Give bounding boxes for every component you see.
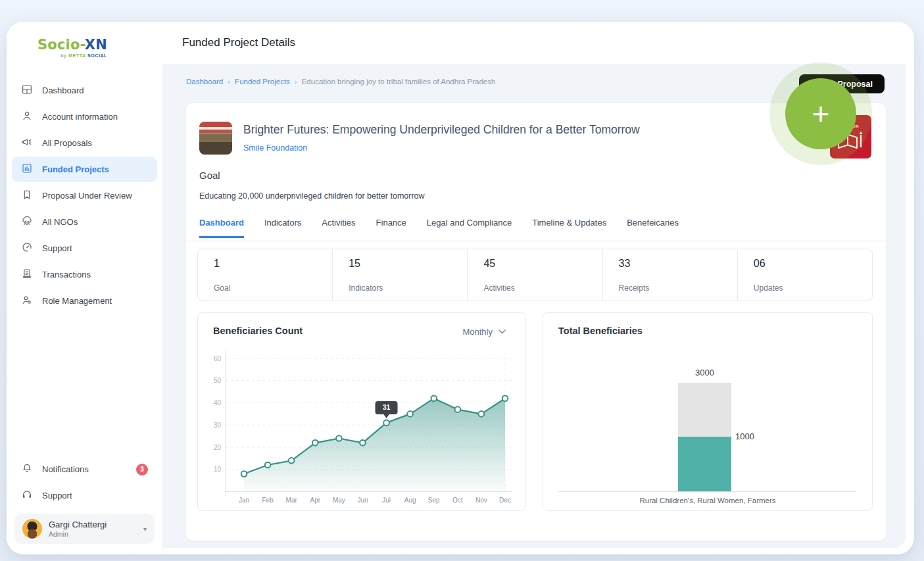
sidebar-item-all-proposals[interactable]: All Proposals	[12, 130, 157, 156]
svg-text:Apr: Apr	[310, 497, 320, 504]
sidebar-item-label: Account information	[42, 112, 118, 122]
avatar	[22, 519, 42, 539]
page-header: Funded Project Details	[162, 22, 914, 64]
bar-value-label: 1000	[735, 431, 754, 441]
ngos-icon	[21, 215, 33, 229]
breadcrumb-dashboard[interactable]: Dashboard	[186, 78, 223, 85]
stat-updates: 06 Updates	[737, 249, 872, 301]
sidebar-item-dashboard[interactable]: Dashboard	[12, 78, 157, 103]
tab-indicators[interactable]: Indicators	[264, 218, 301, 238]
notifications-label: Notifications	[42, 464, 89, 474]
svg-text:Oct: Oct	[452, 497, 463, 504]
beneficiaries-count-card: 102030405060JanFebMarAprMayJunJulAugSepO…	[197, 312, 526, 511]
sidebar-item-account-information[interactable]: Account information	[12, 104, 157, 130]
user-menu[interactable]: Gargi Chattergi Admin ▾	[14, 514, 155, 544]
svg-text:May: May	[333, 497, 345, 504]
account-icon	[21, 110, 33, 124]
sidebar-item-label: All Proposals	[42, 138, 92, 148]
breadcrumb-separator: ›	[295, 78, 297, 85]
sidebar-item-funded-projects[interactable]: Funded Projects	[12, 157, 157, 182]
sidebar-item-support[interactable]: Support	[12, 235, 157, 261]
sidebar-item-label: Support	[42, 243, 72, 253]
chevron-down-icon	[498, 329, 506, 334]
user-name: Gargi Chattergi	[49, 520, 107, 530]
period-selector[interactable]: Monthly	[462, 327, 506, 337]
svg-text:20: 20	[214, 444, 222, 451]
svg-text:31: 31	[383, 403, 391, 411]
sidebar: Socio-XN by METTA SOCIAL Dashboard Accou…	[7, 22, 163, 554]
breadcrumb-funded-projects[interactable]: Funded Projects	[235, 78, 290, 85]
support-item[interactable]: Support	[12, 483, 157, 508]
transactions-icon	[21, 268, 33, 281]
tab-finance[interactable]: Finance	[376, 218, 406, 238]
tab-timeline-updates[interactable]: Timeline & Updates	[532, 218, 606, 238]
screen: Socio-XN by METTA SOCIAL Dashboard Accou…	[0, 0, 924, 561]
svg-text:10: 10	[214, 466, 222, 473]
logo-part-left: Socio-	[37, 37, 85, 53]
logo-wordmark: Socio-XN	[37, 38, 162, 52]
svg-text:Mar: Mar	[286, 497, 298, 504]
support-label: Support	[42, 491, 72, 500]
sidebar-item-label: Proposal Under Review	[42, 191, 132, 201]
svg-text:60: 60	[214, 355, 222, 362]
bar-chart-title: Total Beneficiaries	[558, 326, 643, 336]
tab-dashboard[interactable]: Dashboard	[199, 218, 244, 238]
tab-bar: Dashboard Indicators Activities Finance …	[199, 218, 679, 238]
bar-segment-target	[678, 383, 731, 437]
breadcrumb-separator: ›	[228, 78, 230, 85]
user-role: Admin	[49, 530, 107, 539]
stat-indicators: 15 Indicators	[332, 249, 467, 301]
headphones-icon	[21, 489, 33, 502]
app-logo: Socio-XN by METTA SOCIAL	[37, 38, 162, 58]
sidebar-item-role-management[interactable]: Role Management	[12, 288, 157, 314]
beneficiaries-line-chart: 102030405060JanFebMarAprMayJunJulAugSepO…	[198, 313, 527, 512]
sidebar-item-proposal-under-review[interactable]: Proposal Under Review	[12, 183, 157, 208]
sidebar-bottom: Notifications 3 Support Gargi Chattergi …	[7, 456, 162, 554]
dashboard-icon	[21, 84, 33, 97]
sidebar-item-transactions[interactable]: Transactions	[12, 262, 157, 287]
notifications-item[interactable]: Notifications 3	[12, 456, 157, 482]
support-dial-icon	[21, 241, 33, 255]
megaphone-icon	[21, 136, 33, 150]
sidebar-item-label: All NGOs	[42, 217, 78, 227]
bar-caption: Rural Children's, Rural Women, Farmers	[543, 497, 872, 504]
breadcrumb-current: Education bringing joy to tribal familie…	[302, 78, 496, 85]
sidebar-item-label: Dashboard	[42, 85, 84, 95]
bookmark-icon	[21, 189, 33, 203]
sidebar-item-all-ngos[interactable]: All NGOs	[12, 209, 157, 235]
svg-text:30: 30	[214, 422, 222, 429]
total-beneficiaries-card: Total Beneficiaries 3000 1000 Rural Chil…	[543, 312, 873, 511]
tab-activities[interactable]: Activities	[322, 218, 355, 238]
add-fab-button[interactable]: +	[785, 78, 856, 149]
sidebar-item-label: Funded Projects	[42, 164, 109, 174]
plus-icon: +	[812, 99, 830, 129]
stat-activities: 45 Activities	[467, 249, 602, 301]
bell-icon	[21, 462, 33, 476]
organization-link[interactable]: Smile Foundation	[243, 143, 307, 153]
line-chart-title: Beneficiaries Count	[213, 326, 303, 336]
breadcrumb: Dashboard › Funded Projects › Education …	[186, 78, 495, 85]
project-card: Brighter Futures: Empowering Underprivil…	[186, 103, 886, 541]
project-title: Brighter Futures: Empowering Underprivil…	[243, 123, 640, 137]
sidebar-nav: Dashboard Account information All Propos…	[7, 77, 162, 314]
svg-text:Feb: Feb	[262, 497, 274, 504]
bar-total-label: 3000	[678, 368, 731, 378]
stat-receipts: 33 Receipts	[602, 249, 737, 301]
content-area: Dashboard › Funded Projects › Education …	[162, 64, 906, 548]
tabs-divider	[186, 241, 886, 241]
svg-text:Jul: Jul	[382, 497, 391, 504]
user-info: Gargi Chattergi Admin	[49, 520, 107, 538]
svg-text:Jun: Jun	[357, 497, 368, 504]
bar-segment-achieved	[678, 437, 731, 491]
role-management-icon	[21, 294, 33, 308]
goal-heading: Goal	[199, 170, 220, 181]
chevron-down-icon: ▾	[143, 525, 147, 533]
goal-text: Educating 20,000 underprivileged childre…	[199, 191, 425, 201]
svg-text:50: 50	[214, 377, 222, 384]
svg-text:Dec: Dec	[499, 497, 511, 504]
tab-legal-and-compliance[interactable]: Legal and Compliance	[427, 218, 512, 238]
project-thumbnail	[199, 122, 232, 155]
svg-text:40: 40	[214, 399, 222, 406]
sidebar-item-label: Role Management	[42, 296, 112, 306]
tab-beneficiaries[interactable]: Benefeicaries	[627, 218, 679, 238]
